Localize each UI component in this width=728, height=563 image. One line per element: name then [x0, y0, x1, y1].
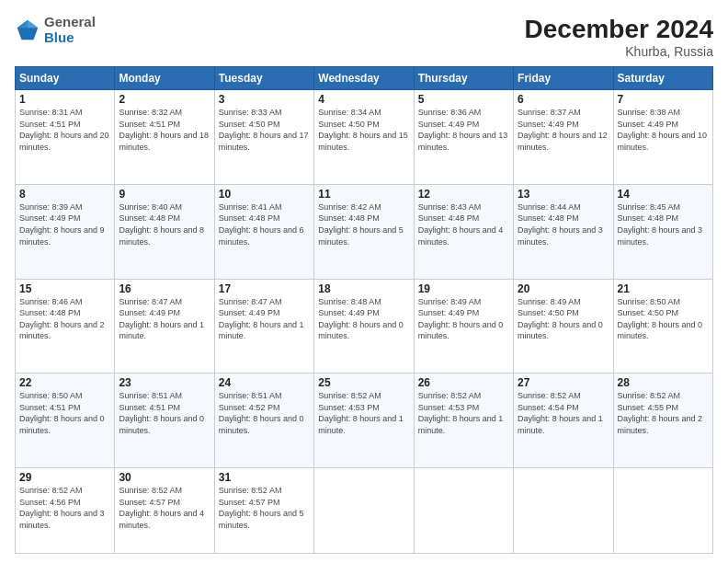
day-number: 7 — [618, 93, 709, 106]
day-info: Sunrise: 8:50 AM Sunset: 4:51 PM Dayligh… — [19, 390, 110, 436]
day-info: Sunrise: 8:41 AM Sunset: 4:48 PM Dayligh… — [219, 201, 310, 247]
day-number: 22 — [19, 376, 110, 389]
day-info: Sunrise: 8:37 AM Sunset: 4:49 PM Dayligh… — [518, 107, 609, 153]
day-number: 13 — [518, 188, 609, 201]
day-number: 26 — [418, 376, 509, 389]
col-saturday: Saturday — [613, 67, 712, 90]
day-number: 16 — [119, 282, 210, 295]
table-row: 1 Sunrise: 8:31 AM Sunset: 4:51 PM Dayli… — [16, 90, 115, 185]
day-info: Sunrise: 8:43 AM Sunset: 4:48 PM Dayligh… — [418, 201, 509, 247]
day-info: Sunrise: 8:49 AM Sunset: 4:50 PM Dayligh… — [518, 296, 609, 342]
table-row: 8 Sunrise: 8:39 AM Sunset: 4:49 PM Dayli… — [16, 184, 115, 279]
day-number: 19 — [418, 282, 509, 295]
day-info: Sunrise: 8:44 AM Sunset: 4:48 PM Dayligh… — [518, 201, 609, 247]
table-row: 29 Sunrise: 8:52 AM Sunset: 4:56 PM Dayl… — [16, 468, 115, 554]
day-number: 27 — [518, 376, 609, 389]
svg-marker-2 — [17, 19, 28, 27]
day-info: Sunrise: 8:36 AM Sunset: 4:49 PM Dayligh… — [418, 107, 509, 153]
day-number: 17 — [219, 282, 310, 295]
table-row: 4 Sunrise: 8:34 AM Sunset: 4:50 PM Dayli… — [314, 90, 414, 185]
col-tuesday: Tuesday — [214, 67, 313, 90]
day-info: Sunrise: 8:31 AM Sunset: 4:51 PM Dayligh… — [19, 107, 110, 153]
calendar-row: 29 Sunrise: 8:52 AM Sunset: 4:56 PM Dayl… — [16, 468, 713, 554]
day-info: Sunrise: 8:51 AM Sunset: 4:51 PM Dayligh… — [119, 390, 210, 436]
day-number: 12 — [418, 188, 509, 201]
title-block: December 2024 Khurba, Russia — [525, 15, 713, 59]
day-info: Sunrise: 8:42 AM Sunset: 4:48 PM Dayligh… — [318, 201, 409, 247]
table-row: 17 Sunrise: 8:47 AM Sunset: 4:49 PM Dayl… — [214, 279, 313, 373]
day-number: 11 — [318, 188, 409, 201]
svg-marker-1 — [28, 19, 38, 27]
col-sunday: Sunday — [16, 67, 115, 90]
table-row: 16 Sunrise: 8:47 AM Sunset: 4:49 PM Dayl… — [115, 279, 214, 373]
day-number: 2 — [119, 93, 210, 106]
calendar-row: 22 Sunrise: 8:50 AM Sunset: 4:51 PM Dayl… — [16, 373, 713, 468]
day-info: Sunrise: 8:49 AM Sunset: 4:49 PM Dayligh… — [418, 296, 509, 342]
table-row: 7 Sunrise: 8:38 AM Sunset: 4:49 PM Dayli… — [613, 90, 712, 185]
col-monday: Monday — [115, 67, 214, 90]
day-number: 31 — [219, 471, 310, 484]
day-info: Sunrise: 8:52 AM Sunset: 4:54 PM Dayligh… — [518, 390, 609, 436]
day-number: 4 — [318, 93, 409, 106]
table-row: 19 Sunrise: 8:49 AM Sunset: 4:49 PM Dayl… — [414, 279, 513, 373]
table-row: 10 Sunrise: 8:41 AM Sunset: 4:48 PM Dayl… — [214, 184, 313, 279]
day-number: 25 — [318, 376, 409, 389]
table-row: 2 Sunrise: 8:32 AM Sunset: 4:51 PM Dayli… — [115, 90, 214, 185]
calendar-header-row: Sunday Monday Tuesday Wednesday Thursday… — [16, 67, 713, 90]
day-info: Sunrise: 8:38 AM Sunset: 4:49 PM Dayligh… — [618, 107, 709, 153]
day-number: 14 — [618, 188, 709, 201]
table-row: 22 Sunrise: 8:50 AM Sunset: 4:51 PM Dayl… — [16, 373, 115, 468]
day-info: Sunrise: 8:47 AM Sunset: 4:49 PM Dayligh… — [219, 296, 310, 342]
table-row — [414, 468, 513, 554]
calendar-row: 1 Sunrise: 8:31 AM Sunset: 4:51 PM Dayli… — [16, 90, 713, 185]
day-number: 24 — [219, 376, 310, 389]
col-friday: Friday — [514, 67, 613, 90]
day-number: 21 — [618, 282, 709, 295]
logo: General Blue — [15, 15, 96, 45]
day-info: Sunrise: 8:52 AM Sunset: 4:57 PM Dayligh… — [219, 485, 310, 531]
calendar-row: 15 Sunrise: 8:46 AM Sunset: 4:48 PM Dayl… — [16, 279, 713, 373]
day-info: Sunrise: 8:34 AM Sunset: 4:50 PM Dayligh… — [318, 107, 409, 153]
day-number: 29 — [19, 471, 110, 484]
table-row: 13 Sunrise: 8:44 AM Sunset: 4:48 PM Dayl… — [514, 184, 613, 279]
day-info: Sunrise: 8:47 AM Sunset: 4:49 PM Dayligh… — [119, 296, 210, 342]
logo-text: General Blue — [44, 15, 96, 45]
calendar-row: 8 Sunrise: 8:39 AM Sunset: 4:49 PM Dayli… — [16, 184, 713, 279]
table-row: 12 Sunrise: 8:43 AM Sunset: 4:48 PM Dayl… — [414, 184, 513, 279]
table-row: 9 Sunrise: 8:40 AM Sunset: 4:48 PM Dayli… — [115, 184, 214, 279]
col-wednesday: Wednesday — [314, 67, 414, 90]
day-number: 9 — [119, 188, 210, 201]
day-info: Sunrise: 8:40 AM Sunset: 4:48 PM Dayligh… — [119, 201, 210, 247]
table-row: 18 Sunrise: 8:48 AM Sunset: 4:49 PM Dayl… — [314, 279, 414, 373]
title-location: Khurba, Russia — [525, 44, 713, 59]
table-row: 25 Sunrise: 8:52 AM Sunset: 4:53 PM Dayl… — [314, 373, 414, 468]
table-row: 21 Sunrise: 8:50 AM Sunset: 4:50 PM Dayl… — [613, 279, 712, 373]
table-row — [514, 468, 613, 554]
table-row: 3 Sunrise: 8:33 AM Sunset: 4:50 PM Dayli… — [214, 90, 313, 185]
day-number: 8 — [19, 188, 110, 201]
day-number: 10 — [219, 188, 310, 201]
day-number: 23 — [119, 376, 210, 389]
day-number: 30 — [119, 471, 210, 484]
table-row — [314, 468, 414, 554]
table-row: 15 Sunrise: 8:46 AM Sunset: 4:48 PM Dayl… — [16, 279, 115, 373]
day-info: Sunrise: 8:51 AM Sunset: 4:52 PM Dayligh… — [219, 390, 310, 436]
table-row: 30 Sunrise: 8:52 AM Sunset: 4:57 PM Dayl… — [115, 468, 214, 554]
day-info: Sunrise: 8:52 AM Sunset: 4:57 PM Dayligh… — [119, 485, 210, 531]
table-row: 5 Sunrise: 8:36 AM Sunset: 4:49 PM Dayli… — [414, 90, 513, 185]
day-info: Sunrise: 8:39 AM Sunset: 4:49 PM Dayligh… — [19, 201, 110, 247]
table-row: 31 Sunrise: 8:52 AM Sunset: 4:57 PM Dayl… — [214, 468, 313, 554]
logo-general: General — [44, 14, 96, 29]
day-info: Sunrise: 8:46 AM Sunset: 4:48 PM Dayligh… — [19, 296, 110, 342]
day-info: Sunrise: 8:45 AM Sunset: 4:48 PM Dayligh… — [618, 201, 709, 247]
day-info: Sunrise: 8:52 AM Sunset: 4:56 PM Dayligh… — [19, 485, 110, 531]
table-row: 26 Sunrise: 8:52 AM Sunset: 4:53 PM Dayl… — [414, 373, 513, 468]
header: General Blue December 2024 Khurba, Russi… — [15, 15, 713, 59]
day-number: 20 — [518, 282, 609, 295]
day-number: 1 — [19, 93, 110, 106]
table-row — [613, 468, 712, 554]
day-info: Sunrise: 8:52 AM Sunset: 4:53 PM Dayligh… — [418, 390, 509, 436]
table-row: 23 Sunrise: 8:51 AM Sunset: 4:51 PM Dayl… — [115, 373, 214, 468]
table-row: 6 Sunrise: 8:37 AM Sunset: 4:49 PM Dayli… — [514, 90, 613, 185]
day-info: Sunrise: 8:33 AM Sunset: 4:50 PM Dayligh… — [219, 107, 310, 153]
